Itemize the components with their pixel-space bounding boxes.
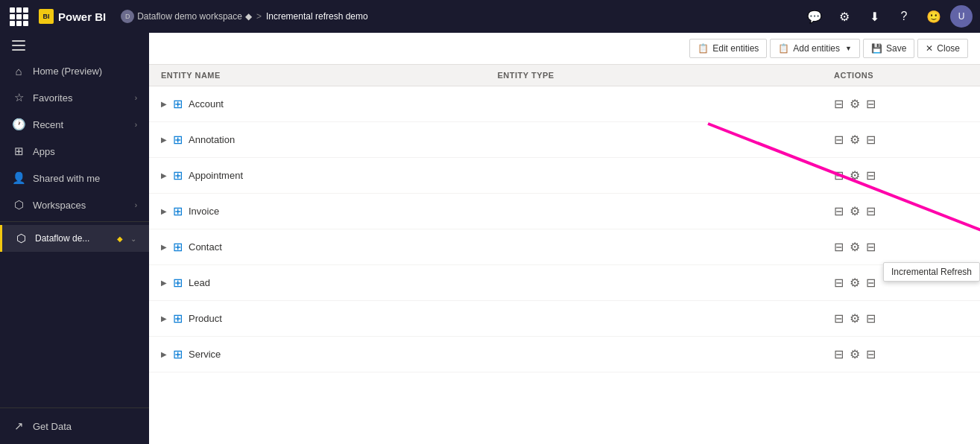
table-row[interactable]: ▶ ⊞ Annotation ⊟ ⚙ ⊟ xyxy=(149,122,980,158)
table-row[interactable]: ▶ ⊞ Account ⊟ ⚙ ⊟ xyxy=(149,86,980,122)
settings-icon-btn[interactable]: ⚙ xyxy=(831,3,858,30)
edit-entities-icon: 📋 xyxy=(698,43,709,54)
table-row[interactable]: ▶ ⊞ Appointment ⊟ ⚙ ⊟ xyxy=(149,158,980,194)
edit-query-icon[interactable]: ⊟ xyxy=(834,347,844,361)
sidebar-label-apps: Apps xyxy=(33,146,137,157)
sidebar-item-apps[interactable]: ⊞ Apps xyxy=(0,138,149,165)
sidebar-label-shared: Shared with me xyxy=(33,173,137,184)
main-layout: ⌂ Home (Preview) ☆ Favorites › 🕐 Recent … xyxy=(0,33,980,444)
waffle-menu[interactable] xyxy=(7,5,30,28)
breadcrumb-workspace[interactable]: D Dataflow demo workspace ◆ xyxy=(121,10,252,23)
sidebar-bottom: ↗ Get Data xyxy=(0,407,149,444)
header-actions: ACTIONS xyxy=(834,71,968,80)
actions-cell: ⊟ ⚙ ⊟ xyxy=(834,133,968,147)
diamond-icon: ◆ xyxy=(245,11,252,22)
incremental-refresh-icon[interactable]: ⊟ xyxy=(866,168,876,183)
table-header: ENTITY NAME ENTITY TYPE ACTIONS xyxy=(149,65,980,86)
entity-name: Appointment xyxy=(189,170,243,181)
close-button[interactable]: ✕ Close xyxy=(917,39,968,58)
save-button[interactable]: 💾 Save xyxy=(863,39,914,58)
sidebar-label-workspace: Dataflow de... xyxy=(35,233,110,244)
table-row[interactable]: ▶ ⊞ Contact ⊟ ⚙ ⊟ xyxy=(149,229,980,265)
download-icon-btn[interactable]: ⬇ xyxy=(861,3,888,30)
actions-cell: ⊟ ⚙ ⊟ xyxy=(834,347,968,361)
table-row[interactable]: ▶ ⊞ Lead ⊟ ⚙ ⊟ xyxy=(149,265,980,301)
hamburger-icon xyxy=(12,40,137,51)
nav-icon-group: 💬 ⚙ ⬇ ? 🙂 U xyxy=(801,3,973,30)
settings-icon[interactable]: ⚙ xyxy=(850,168,860,183)
expand-icon[interactable]: ▶ xyxy=(161,136,167,144)
chat-icon-btn[interactable]: 💬 xyxy=(801,3,828,30)
actions-cell: ⊟ ⚙ ⊟ xyxy=(834,168,968,183)
table-row[interactable]: ▶ ⊞ Product ⊟ ⚙ ⊟ xyxy=(149,301,980,337)
sidebar-item-shared[interactable]: 👤 Shared with me xyxy=(0,165,149,191)
actions-cell: ⊟ ⚙ ⊟ xyxy=(834,240,968,254)
header-entity-type: ENTITY TYPE xyxy=(498,71,835,80)
expand-icon[interactable]: ▶ xyxy=(161,279,167,287)
entity-name: Invoice xyxy=(189,206,219,217)
content-wrapper: 📋 Edit entities 📋 Add entities ▼ 💾 Save … xyxy=(149,33,980,444)
settings-icon[interactable]: ⚙ xyxy=(850,311,860,326)
table-row[interactable]: ▶ ⊞ Service ⊟ ⚙ ⊟ xyxy=(149,337,980,372)
expand-icon[interactable]: ▶ xyxy=(161,171,167,180)
breadcrumb-separator: > xyxy=(256,11,262,22)
table-icon: ⊞ xyxy=(173,168,183,183)
settings-icon[interactable]: ⚙ xyxy=(850,133,860,147)
edit-query-icon[interactable]: ⊟ xyxy=(834,133,844,147)
incremental-refresh-icon[interactable]: ⊟ xyxy=(866,97,876,111)
edit-query-icon[interactable]: ⊟ xyxy=(834,168,844,183)
table-row[interactable]: ▶ ⊞ Invoice ⊟ ⚙ ⊟ xyxy=(149,194,980,229)
sidebar-item-workspaces[interactable]: ⬡ Workspaces › xyxy=(0,191,149,218)
settings-icon[interactable]: ⚙ xyxy=(850,97,860,111)
add-entities-icon: 📋 xyxy=(778,43,789,54)
workspace-icon: ⬡ xyxy=(14,232,28,245)
incremental-refresh-icon[interactable]: ⊟ xyxy=(866,204,876,218)
workspaces-icon: ⬡ xyxy=(12,198,25,212)
incremental-refresh-icon[interactable]: ⊟ xyxy=(866,347,876,361)
sidebar-item-get-data[interactable]: ↗ Get Data xyxy=(0,413,149,440)
incremental-refresh-icon[interactable]: ⊟ xyxy=(866,133,876,147)
user-avatar[interactable]: U xyxy=(950,5,973,28)
feedback-icon-btn[interactable]: 🙂 xyxy=(920,3,947,30)
settings-icon[interactable]: ⚙ xyxy=(850,347,860,361)
incremental-refresh-icon[interactable]: ⊟ xyxy=(866,311,876,326)
edit-query-icon[interactable]: ⊟ xyxy=(834,311,844,326)
settings-icon[interactable]: ⚙ xyxy=(850,276,860,290)
settings-icon[interactable]: ⚙ xyxy=(850,204,860,218)
actions-cell: ⊟ ⚙ ⊟ xyxy=(834,204,968,218)
edit-query-icon[interactable]: ⊟ xyxy=(834,276,844,290)
settings-icon[interactable]: ⚙ xyxy=(850,240,860,254)
sidebar-item-workspace-current[interactable]: ⬡ Dataflow de... ◆ ⌄ xyxy=(0,225,149,252)
add-entities-button[interactable]: 📋 Add entities ▼ xyxy=(770,39,860,58)
expand-icon[interactable]: ▶ xyxy=(161,207,167,215)
chevron-icon: › xyxy=(135,94,137,102)
sidebar-hamburger[interactable] xyxy=(0,33,149,58)
expand-icon[interactable]: ▶ xyxy=(161,350,167,358)
workspace-avatar: D xyxy=(121,10,134,23)
expand-icon[interactable]: ▶ xyxy=(161,243,167,251)
help-icon-btn[interactable]: ? xyxy=(891,3,917,30)
expand-icon[interactable]: ▶ xyxy=(161,314,167,323)
edit-query-icon[interactable]: ⊟ xyxy=(834,204,844,218)
entity-name: Contact xyxy=(189,241,222,253)
incremental-refresh-icon[interactable]: ⊟ xyxy=(866,276,876,290)
sidebar: ⌂ Home (Preview) ☆ Favorites › 🕐 Recent … xyxy=(0,33,149,444)
expand-icon[interactable]: ▶ xyxy=(161,100,167,108)
entity-name: Product xyxy=(189,313,222,324)
edit-query-icon[interactable]: ⊟ xyxy=(834,240,844,254)
entity-name-cell: ▶ ⊞ Contact xyxy=(161,240,498,254)
sidebar-item-home[interactable]: ⌂ Home (Preview) xyxy=(0,58,149,84)
table-icon: ⊞ xyxy=(173,97,183,111)
edit-query-icon[interactable]: ⊟ xyxy=(834,97,844,111)
add-entities-chevron: ▼ xyxy=(845,45,852,52)
sidebar-item-favorites[interactable]: ☆ Favorites › xyxy=(0,84,149,111)
sidebar-item-recent[interactable]: 🕐 Recent › xyxy=(0,111,149,138)
workspace-diamond-icon: ◆ xyxy=(117,235,123,243)
sidebar-divider xyxy=(0,221,149,222)
save-label: Save xyxy=(886,43,906,54)
incremental-refresh-icon[interactable]: ⊟ xyxy=(866,240,876,254)
entity-name-cell: ▶ ⊞ Product xyxy=(161,311,498,326)
edit-entities-button[interactable]: 📋 Edit entities xyxy=(689,39,767,58)
top-nav: BI Power BI D Dataflow demo workspace ◆ … xyxy=(0,0,980,33)
get-data-icon: ↗ xyxy=(12,419,25,433)
